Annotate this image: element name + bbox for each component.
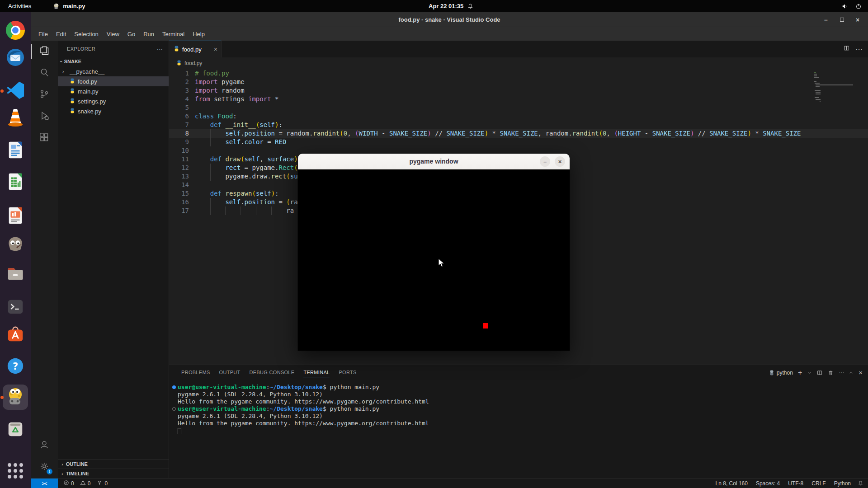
code-line-7[interactable]: 7 def __init__(self):	[169, 121, 868, 129]
panel-tab-debug-console[interactable]: DEBUG CONSOLE	[246, 365, 298, 380]
menu-file[interactable]: File	[34, 29, 52, 39]
code-line-1[interactable]: 1# food.py	[169, 69, 868, 78]
close-button[interactable]: ×	[854, 16, 862, 24]
status-crlf[interactable]: CRLF	[807, 480, 830, 487]
code-line-5[interactable]: 5	[169, 103, 868, 112]
focused-window-button[interactable]: main.py	[53, 3, 85, 9]
explorer-more-icon[interactable]: ⋯	[157, 45, 163, 52]
menu-selection[interactable]: Selection	[70, 29, 102, 39]
status-broadcast[interactable]: 0	[96, 480, 108, 487]
close-panel-icon[interactable]: ×	[859, 369, 863, 376]
dock-item-snake-game[interactable]	[5, 386, 26, 408]
breadcrumb[interactable]: food.py	[169, 57, 868, 69]
clock-button[interactable]: Apr 22 01:35	[429, 0, 473, 12]
section-timeline[interactable]: ›TIMELINE	[58, 469, 169, 478]
dock-item-thunderbird[interactable]	[5, 47, 26, 69]
dock-item-help[interactable]: ?	[5, 356, 26, 378]
status-error[interactable]: 0	[63, 480, 74, 487]
activity-extensions[interactable]	[31, 127, 58, 149]
project-root-row[interactable]: › SNAKE	[58, 56, 169, 66]
new-terminal-icon[interactable]: +	[798, 369, 802, 377]
tab-food-py[interactable]: food.py ×	[169, 41, 222, 57]
file-food-py[interactable]: food.py	[58, 76, 169, 86]
dock-item-trash[interactable]	[5, 419, 26, 441]
terminal-line	[169, 427, 868, 434]
minimap[interactable]	[810, 69, 868, 123]
editor-tab-bar: food.py × ⋯	[169, 41, 868, 57]
activities-button[interactable]: Activities	[0, 0, 39, 12]
breadcrumb-file: food.py	[184, 60, 202, 66]
split-editor-icon[interactable]	[843, 45, 850, 53]
line-number: 2	[169, 78, 189, 86]
dock-item-vscode[interactable]	[5, 80, 26, 102]
panel-more-icon[interactable]: ⋯	[839, 370, 844, 376]
dock-item-libreoffice-calc[interactable]	[5, 172, 26, 193]
dock-item-libreoffice-impress[interactable]	[5, 206, 26, 227]
vscode-titlebar[interactable]: food.py - snake - Visual Studio Code – ×	[31, 12, 868, 27]
activity-search[interactable]	[31, 62, 58, 84]
activity-gear[interactable]: 1	[31, 456, 58, 478]
code-line-6[interactable]: 6class Food:	[169, 112, 868, 121]
menu-view[interactable]: View	[103, 29, 123, 39]
system-status-area[interactable]	[841, 3, 868, 9]
command-decoration[interactable]	[172, 407, 176, 411]
pygame-close-button[interactable]: ×	[555, 156, 565, 167]
dock-item-gimp[interactable]	[5, 234, 26, 255]
status-utf-8[interactable]: UTF-8	[784, 480, 807, 487]
menu-go[interactable]: Go	[123, 29, 139, 39]
status-python[interactable]: Python	[830, 480, 855, 487]
section-outline[interactable]: ›OUTLINE	[58, 459, 169, 469]
code-line-8[interactable]: 8 self.position = random.randint(0, (WID…	[169, 129, 868, 138]
maximize-panel-icon[interactable]	[849, 371, 854, 375]
activity-explorer[interactable]	[31, 41, 58, 62]
code-line-9[interactable]: 9 self.color = RED	[169, 138, 868, 146]
dock-item-vlc[interactable]	[5, 108, 26, 129]
kill-terminal-icon[interactable]	[828, 370, 834, 376]
file-main-py[interactable]: main.py	[58, 86, 169, 96]
activity-debug[interactable]	[31, 106, 58, 127]
restore-button[interactable]	[838, 16, 846, 24]
file-settings-py[interactable]: settings.py	[58, 96, 169, 106]
file-__pycache__[interactable]: ›__pycache__	[58, 66, 169, 76]
dock-item-ubuntu-software[interactable]	[5, 324, 26, 346]
notifications-bell-icon[interactable]	[855, 480, 863, 486]
menu-help[interactable]: Help	[189, 29, 209, 39]
activity-scm[interactable]	[31, 84, 58, 106]
split-terminal-icon[interactable]	[816, 370, 823, 376]
minimize-button[interactable]: –	[822, 16, 830, 24]
dock-item-libreoffice-writer[interactable]	[5, 140, 26, 162]
panel-tab-problems[interactable]: PROBLEMS	[178, 365, 214, 380]
terminal-line: Hello from the pygame community. https:/…	[169, 420, 868, 427]
pygame-minimize-button[interactable]: –	[540, 156, 550, 167]
code-line-4[interactable]: 4from settings import *	[169, 95, 868, 103]
dock-item-files[interactable]	[5, 263, 26, 285]
terminal-dropdown-icon[interactable]	[807, 371, 811, 375]
code-line-3[interactable]: 3import random	[169, 86, 868, 95]
command-decoration[interactable]	[172, 385, 176, 389]
pygame-window[interactable]: pygame window – ×	[298, 154, 570, 351]
tab-close-icon[interactable]: ×	[214, 46, 217, 53]
pygame-titlebar[interactable]: pygame window – ×	[298, 154, 570, 169]
menu-terminal[interactable]: Terminal	[158, 29, 189, 39]
dock-item-terminal[interactable]	[5, 297, 26, 319]
panel-tab-ports[interactable]: PORTS	[335, 365, 360, 380]
code-line-2[interactable]: 2import pygame	[169, 78, 868, 86]
broadcast-icon	[96, 480, 103, 487]
terminal-shell-selector[interactable]: python	[769, 370, 793, 376]
dock-item-show-applications[interactable]	[5, 460, 26, 482]
status-warning[interactable]: 0	[80, 480, 91, 487]
editor-more-icon[interactable]: ⋯	[855, 45, 863, 53]
status-spaces-4[interactable]: Spaces: 4	[752, 480, 784, 487]
pygame-canvas[interactable]	[298, 169, 570, 351]
panel-tab-terminal[interactable]: TERMINAL	[300, 365, 333, 380]
menu-edit[interactable]: Edit	[52, 29, 70, 39]
remote-indicator[interactable]: ><	[31, 479, 58, 488]
panel-tab-output[interactable]: OUTPUT	[216, 365, 244, 380]
file-snake-py[interactable]: snake.py	[58, 106, 169, 116]
terminal[interactable]: user@user-virtual-machine:~/Desktop/snak…	[169, 384, 868, 478]
line-number: 6	[169, 112, 189, 121]
menu-run[interactable]: Run	[139, 29, 158, 39]
dock-item-chrome[interactable]	[5, 19, 26, 41]
status-ln-8-col-160[interactable]: Ln 8, Col 160	[712, 480, 752, 487]
activity-account[interactable]	[31, 435, 58, 456]
